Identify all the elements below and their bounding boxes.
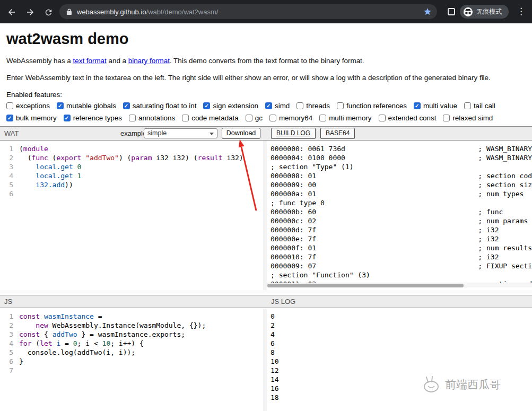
feature-memory64[interactable]: memory64 — [269, 114, 312, 122]
base64-tab[interactable]: BASE64 — [320, 128, 355, 139]
example-select[interactable]: simple — [144, 128, 217, 138]
wat-code-editor[interactable]: 1(module2 (func (export "addTwo") (param… — [0, 141, 263, 198]
wat-editor-pane[interactable]: 1(module2 (func (export "addTwo") (param… — [0, 141, 263, 290]
js-code-editor[interactable]: 1const wasmInstance =2 new WebAssembly.I… — [0, 308, 263, 375]
checkbox-annotations[interactable] — [129, 115, 136, 121]
build-log-tab[interactable]: BUILD LOG — [271, 128, 316, 139]
feature-simd[interactable]: simd — [265, 102, 290, 110]
checkbox-sign-extension[interactable] — [203, 102, 210, 109]
feature-label: multi memory — [329, 114, 371, 122]
code-line: 5 i32.add)) — [0, 180, 263, 189]
feature-exceptions[interactable]: exceptions — [6, 102, 50, 110]
checkbox-mutable-globals[interactable] — [57, 102, 64, 109]
checkbox-saturating-float-to-int[interactable] — [123, 102, 130, 109]
feature-annotations[interactable]: annotations — [129, 114, 175, 122]
forward-button[interactable] — [24, 6, 36, 18]
line-number: 7 — [0, 366, 13, 375]
feature-label: code metadata — [191, 114, 239, 122]
line-number: 5 — [0, 348, 13, 357]
build-log-output: 0000000: 0061 736d ; WASM_BINARY_MAGIC 0… — [267, 141, 532, 288]
intro-text: and a — [107, 57, 128, 65]
horizontal-splitter[interactable] — [0, 290, 532, 295]
page-title: wat2wasm demo — [0, 23, 532, 48]
scrollbar-thumb[interactable] — [267, 284, 464, 287]
incognito-icon — [464, 7, 473, 16]
line-number: 3 — [0, 330, 13, 339]
checkbox-multi-value[interactable] — [414, 102, 421, 109]
vertical-splitter-bottom[interactable] — [263, 308, 267, 411]
checkbox-tail-call[interactable] — [464, 102, 471, 109]
code-line: 6 — [0, 189, 263, 198]
checkbox-reference-types[interactable] — [64, 115, 71, 121]
bookmark-star-icon[interactable] — [423, 7, 432, 16]
forward-arrow-icon — [25, 7, 35, 17]
checkbox-threads[interactable] — [296, 102, 303, 109]
horizontal-scrollbar[interactable] — [267, 283, 532, 287]
feature-label: reference types — [73, 114, 122, 122]
menu-dots-icon[interactable]: ⋮ — [517, 6, 526, 18]
intro-text: . This demo converts from the text forma… — [170, 57, 364, 65]
feature-function-references[interactable]: function references — [337, 102, 407, 110]
select-dropdown-arrow-icon — [210, 133, 214, 135]
feature-label: extended const — [388, 114, 437, 122]
checkbox-function-references[interactable] — [337, 102, 344, 109]
feature-label: threads — [306, 102, 330, 110]
back-arrow-icon — [7, 7, 16, 17]
enabled-features-label: Enabled features: — [0, 82, 532, 99]
feature-multi-value[interactable]: multi value — [414, 102, 457, 110]
reload-button[interactable] — [42, 6, 54, 18]
code-line: 2 new WebAssembly.Instance(wasmModule, {… — [0, 321, 263, 330]
checkbox-exceptions[interactable] — [6, 102, 13, 109]
code-line: 4for (let i = 0; i < 10; i++) { — [0, 339, 263, 348]
feature-label: mutable globals — [66, 102, 116, 110]
page-content: wat2wasm demo WebAssembly has a text for… — [0, 23, 532, 411]
features-row-2: bulk memoryreference typesannotationscod… — [0, 112, 532, 123]
checkbox-simd[interactable] — [265, 102, 272, 109]
download-button[interactable]: Download — [222, 128, 260, 139]
checkbox-extended-const[interactable] — [379, 115, 386, 121]
js-log-pane[interactable]: 0 2 4 6 8 10 12 14 16 18 — [267, 308, 532, 411]
checkbox-multi-memory[interactable] — [319, 115, 326, 121]
feature-saturating-float-to-int[interactable]: saturating float to int — [123, 102, 197, 110]
code-line: 1(module — [0, 144, 263, 153]
feature-bulk-memory[interactable]: bulk memory — [6, 114, 57, 122]
feature-tail-call[interactable]: tail call — [464, 102, 495, 110]
feature-relaxed-simd[interactable]: relaxed simd — [443, 114, 493, 122]
checkbox-relaxed-simd[interactable] — [443, 115, 450, 121]
checkbox-gc[interactable] — [246, 115, 252, 121]
feature-sign-extension[interactable]: sign extension — [203, 102, 258, 110]
feature-label: annotations — [138, 114, 175, 122]
binary-format-link[interactable]: binary format — [128, 57, 170, 65]
js-log-output: 0 2 4 6 8 10 12 14 16 18 — [267, 308, 532, 402]
vertical-splitter[interactable] — [263, 141, 267, 290]
checkbox-memory64[interactable] — [269, 115, 276, 121]
bottom-panel-headers: JS JS LOG — [0, 295, 532, 308]
feature-label: relaxed simd — [452, 114, 493, 122]
feature-label: exceptions — [16, 102, 50, 110]
build-log-pane[interactable]: 0000000: 0061 736d ; WASM_BINARY_MAGIC 0… — [267, 141, 532, 290]
feature-label: memory64 — [279, 114, 312, 122]
feature-mutable-globals[interactable]: mutable globals — [57, 102, 116, 110]
feature-multi-memory[interactable]: multi memory — [319, 114, 371, 122]
back-button[interactable] — [6, 6, 18, 18]
feature-gc[interactable]: gc — [246, 114, 263, 122]
text-format-link[interactable]: text format — [73, 57, 107, 65]
checkbox-bulk-memory[interactable] — [6, 115, 13, 121]
line-number: 1 — [0, 144, 13, 153]
feature-code-metadata[interactable]: code metadata — [182, 114, 239, 122]
example-select-value: simple — [147, 129, 167, 137]
feature-extended-const[interactable]: extended const — [379, 114, 437, 122]
feature-reference-types[interactable]: reference types — [64, 114, 122, 122]
address-bar[interactable]: webassembly.github.io/wabt/demo/wat2wasm… — [59, 4, 437, 19]
line-number: 1 — [0, 312, 13, 321]
js-editor-pane[interactable]: 1const wasmInstance =2 new WebAssembly.I… — [0, 308, 263, 411]
feature-threads[interactable]: threads — [296, 102, 330, 110]
feature-label: gc — [255, 114, 263, 122]
checkbox-code-metadata[interactable] — [182, 115, 189, 121]
line-number: 2 — [0, 153, 13, 162]
code-line: 1const wasmInstance = — [0, 312, 263, 321]
square-icon[interactable] — [448, 8, 455, 15]
reload-icon — [44, 8, 53, 17]
bottom-panes: 1const wasmInstance =2 new WebAssembly.I… — [0, 308, 532, 411]
feature-label: multi value — [423, 102, 457, 110]
